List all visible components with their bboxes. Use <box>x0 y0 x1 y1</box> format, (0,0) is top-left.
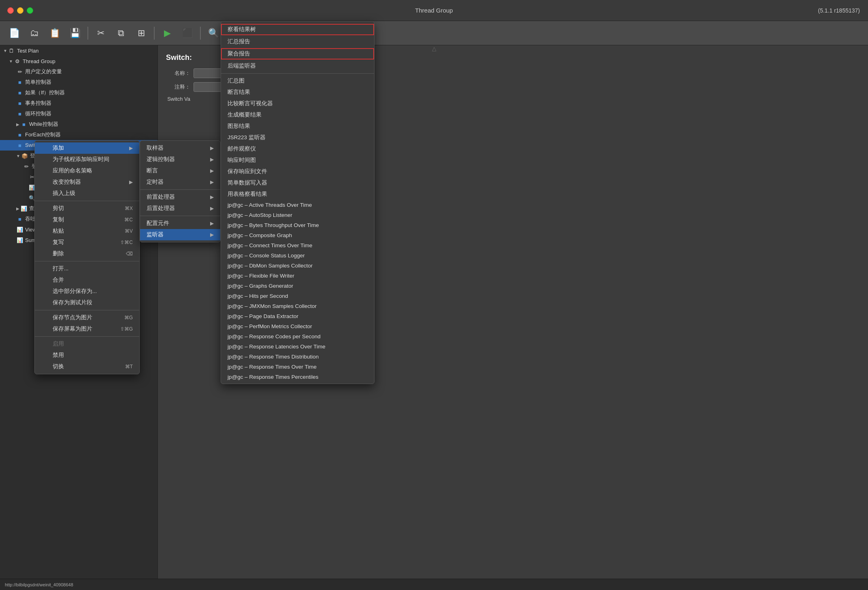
listener-jp-perfmon[interactable]: jp@gc – PerfMon Metrics Collector <box>221 321 374 331</box>
listener-graph-result[interactable]: 图形结果 <box>221 121 374 132</box>
tree-item-transaction-ctrl[interactable]: ■ 事务控制器 <box>0 98 157 108</box>
listener-jprl-label: jp@gc – Response Latencies Over Time <box>228 344 326 350</box>
context-menu-listener[interactable]: 察看结果树 汇总报告 聚合报告 后端监听器 汇总图 断言结果 比较断言可视化器 … <box>221 21 374 384</box>
cm-copy[interactable]: 复制 ⌘C <box>35 214 139 225</box>
submenu-assertion[interactable]: 断言 ▶ <box>140 165 220 176</box>
cm-save-node-image[interactable]: 保存节点为图片 ⌘G <box>35 312 139 323</box>
cm-merge[interactable]: 合并 <box>35 274 139 286</box>
expand-icon: ▼ <box>9 59 13 64</box>
save-button[interactable]: 💾 <box>66 24 84 42</box>
listener-tr-label: 用表格察看结果 <box>228 191 267 198</box>
listener-jp-flexible-file[interactable]: jp@gc – Flexible File Writer <box>221 271 374 281</box>
paste-button[interactable]: ⊞ <box>132 24 151 42</box>
listener-jp-jmxmon[interactable]: jp@gc – JMXMon Samples Collector <box>221 301 374 311</box>
tree-item-simple-ctrl[interactable]: ■ 简单控制器 <box>0 77 157 87</box>
listener-mail-observer[interactable]: 邮件观察仪 <box>221 143 374 155</box>
submenu-listener[interactable]: 监听器 ▶ <box>140 229 220 240</box>
cm-change-ctrl[interactable]: 改变控制器 ▶ <box>35 176 139 188</box>
submenu-timer[interactable]: 定时器 ▶ <box>140 176 220 188</box>
submenu-as-label: 断言 <box>147 167 158 174</box>
listener-jp-response-times-perc[interactable]: jp@gc – Response Times Percentiles <box>221 372 374 382</box>
listener-jp-connect-times[interactable]: jp@gc – Connect Times Over Time <box>221 240 374 250</box>
listener-jsr223[interactable]: JSR223 监听器 <box>221 132 374 143</box>
toolbar-separator-1 <box>87 27 88 40</box>
tree-item-if-ctrl[interactable]: ■ 如果（If）控制器 <box>0 87 157 98</box>
maximize-button[interactable] <box>27 7 33 14</box>
listener-summary-graph[interactable]: 汇总图 <box>221 75 374 87</box>
listener-jp-composite-graph[interactable]: jp@gc – Composite Graph <box>221 230 374 240</box>
context-menu-main[interactable]: 添加 ▶ 为子线程添加响应时间 应用的命名策略 改变控制器 ▶ 插入上级 剪切 … <box>34 140 140 374</box>
cm-open[interactable]: 打开... <box>35 263 139 274</box>
listener-assert-result[interactable]: 断言结果 <box>221 87 374 98</box>
resize-handle[interactable]: △ <box>432 45 436 52</box>
stop-button[interactable]: ⬛ <box>178 24 197 42</box>
close-button[interactable] <box>7 7 14 14</box>
tree-item-loop-ctrl[interactable]: ■ 循环控制器 <box>0 108 157 119</box>
listener-ca-label: 比较断言可视化器 <box>228 100 273 107</box>
open-button[interactable]: 🗂 <box>25 24 44 42</box>
tree-item-test-plan[interactable]: ▼ 🗒 Test Plan <box>0 45 157 56</box>
listener-save-response[interactable]: 保存响应到文件 <box>221 166 374 177</box>
cm-delete[interactable]: 删除 ⌫ <box>35 248 139 259</box>
transaction-ctrl-icon: ■ <box>16 100 23 107</box>
listener-jp-response-times-over[interactable]: jp@gc – Response Times Over Time <box>221 362 374 372</box>
tree-item-while-ctrl[interactable]: ▶ ■ While控制器 <box>0 119 157 129</box>
listener-backend[interactable]: 后端监听器 <box>221 60 374 72</box>
cm-tog-label: 切换 <box>53 363 64 370</box>
cm-add-response-time[interactable]: 为子线程添加响应时间 <box>35 154 139 165</box>
listener-jp-response-times-dist[interactable]: jp@gc – Response Times Distribution <box>221 352 374 362</box>
listener-jp-graphs-gen[interactable]: jp@gc – Graphs Generator <box>221 281 374 291</box>
listener-sep-1 <box>221 73 374 74</box>
listener-simple-writer[interactable]: 简单数据写入器 <box>221 177 374 189</box>
cm-tog-shortcut: ⌘T <box>125 364 133 369</box>
tree-item-thread-group[interactable]: ▼ ⚙ Thread Group <box>0 56 157 66</box>
context-menu-add-sub[interactable]: 取样器 ▶ 逻辑控制器 ▶ 断言 ▶ 定时器 ▶ 前置处理器 ▶ 后置处理器 ▶… <box>140 140 221 242</box>
listener-view-result-tree[interactable]: 察看结果树 <box>221 24 374 35</box>
cm-save-screen-image[interactable]: 保存屏幕为图片 ⇧⌘G <box>35 323 139 335</box>
cm-insert-parent[interactable]: 插入上级 <box>35 188 139 199</box>
listener-compare-assert[interactable]: 比较断言可视化器 <box>221 98 374 109</box>
submenu-pre-processor[interactable]: 前置处理器 ▶ <box>140 191 220 203</box>
submenu-config[interactable]: 配置元件 ▶ <box>140 218 220 229</box>
tree-item-user-vars[interactable]: ✏ 用户定义的变量 <box>0 66 157 77</box>
listener-jp-console-logger[interactable]: jp@gc – Console Status Logger <box>221 250 374 261</box>
cm-save-selected[interactable]: 选中部分保存为... <box>35 286 139 297</box>
listener-be-label: 后端监听器 <box>228 62 256 70</box>
submenu-logic-ctrl[interactable]: 逻辑控制器 ▶ <box>140 154 220 165</box>
copy-button[interactable]: ⧉ <box>112 24 130 42</box>
cm-rewrite[interactable]: 复写 ⇧⌘C <box>35 237 139 248</box>
listener-jp-bytes-throughput[interactable]: jp@gc – Bytes Throughput Over Time <box>221 220 374 230</box>
tree-item-label: Thread Group <box>23 58 55 64</box>
cm-naming-policy[interactable]: 应用的命名策略 <box>35 165 139 176</box>
cut-button[interactable]: ✂ <box>91 24 110 42</box>
cm-cut[interactable]: 剪切 ⌘X <box>35 203 139 214</box>
listener-jp-active-threads[interactable]: jp@gc – Active Threads Over Time <box>221 200 374 210</box>
cm-add[interactable]: 添加 ▶ <box>35 142 139 154</box>
cm-save-test-frag[interactable]: 保存为测试片段 <box>35 297 139 308</box>
listener-aggregate-report[interactable]: 聚合报告 <box>221 48 374 59</box>
new-button[interactable]: 📄 <box>5 24 23 42</box>
cm-paste[interactable]: 粘贴 ⌘V <box>35 225 139 237</box>
clear-button[interactable]: 🔍 <box>204 24 223 42</box>
listener-generate-summary[interactable]: 生成概要结果 <box>221 109 374 121</box>
listener-jp-hits-per-sec[interactable]: jp@gc – Hits per Second <box>221 291 374 301</box>
minimize-button[interactable] <box>17 7 23 14</box>
listener-response-time-graph[interactable]: 响应时间图 <box>221 155 374 166</box>
listener-table-result[interactable]: 用表格察看结果 <box>221 189 374 200</box>
listener-summary-report[interactable]: 汇总报告 <box>221 36 374 47</box>
listener-jp-dbmon[interactable]: jp@gc – DbMon Samples Collector <box>221 261 374 271</box>
save-template-button[interactable]: 📋 <box>45 24 64 42</box>
debug-icon: ■ <box>16 215 23 223</box>
version-label: (5.1.1 r1855137) <box>818 7 860 14</box>
submenu-post-processor[interactable]: 后置处理器 ▶ <box>140 203 220 214</box>
listener-jp-page-data[interactable]: jp@gc – Page Data Extractor <box>221 311 374 321</box>
listener-jp-response-codes[interactable]: jp@gc – Response Codes per Second <box>221 331 374 342</box>
listener-jp-response-latencies[interactable]: jp@gc – Response Latencies Over Time <box>221 342 374 352</box>
submenu-sampler[interactable]: 取样器 ▶ <box>140 142 220 154</box>
listener-jp-autostop[interactable]: jp@gc – AutoStop Listener <box>221 210 374 220</box>
tree-item-foreach-ctrl[interactable]: ■ ForEach控制器 <box>0 129 157 140</box>
start-button[interactable]: ▶ <box>158 24 177 42</box>
cm-toggle[interactable]: 切换 ⌘T <box>35 361 139 372</box>
submenu-pp-label: 前置处理器 <box>147 193 175 201</box>
cm-disable[interactable]: 禁用 <box>35 350 139 361</box>
